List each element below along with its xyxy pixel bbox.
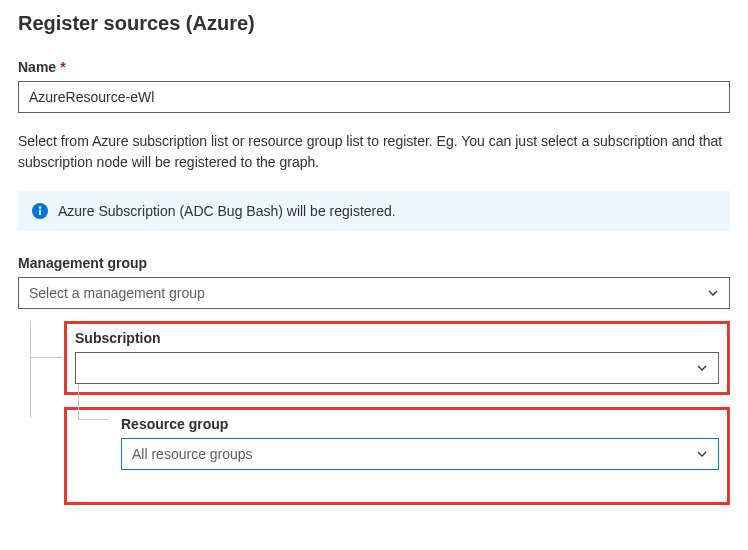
resource-group-label: Resource group bbox=[121, 416, 719, 432]
resource-group-select[interactable]: All resource groups bbox=[121, 438, 719, 470]
info-banner: Azure Subscription (ADC Bug Bash) will b… bbox=[18, 191, 730, 231]
management-group-placeholder: Select a management group bbox=[29, 285, 205, 301]
subscription-select-wrap bbox=[75, 352, 719, 384]
subscription-highlight-box: Subscription bbox=[64, 321, 730, 395]
resource-group-value: All resource groups bbox=[132, 446, 253, 462]
tree-connector-line bbox=[30, 321, 31, 417]
name-input[interactable] bbox=[18, 81, 730, 113]
info-banner-message: Azure Subscription (ADC Bug Bash) will b… bbox=[58, 203, 396, 219]
name-field-block: Name * bbox=[18, 59, 730, 113]
name-label: Name bbox=[18, 59, 56, 75]
chevron-down-icon bbox=[707, 287, 719, 299]
tree-connector-sub-line bbox=[78, 379, 79, 419]
management-group-select[interactable]: Select a management group bbox=[18, 277, 730, 309]
tree-connector-branch-1 bbox=[30, 357, 62, 358]
page-title: Register sources (Azure) bbox=[18, 12, 730, 35]
management-group-select-wrap: Select a management group bbox=[18, 277, 730, 309]
tree-connector-branch-2 bbox=[78, 419, 108, 420]
resource-group-highlight-box: Resource group All resource groups bbox=[64, 407, 730, 505]
svg-rect-2 bbox=[39, 210, 41, 216]
resource-group-select-wrap: All resource groups bbox=[121, 438, 719, 470]
tree-level-container: Subscription Resource group bbox=[18, 321, 730, 505]
chevron-down-icon bbox=[696, 448, 708, 460]
hierarchy-tree: Subscription Resource group bbox=[18, 321, 730, 505]
management-group-block: Management group Select a management gro… bbox=[18, 255, 730, 309]
subscription-select[interactable] bbox=[75, 352, 719, 384]
management-group-label: Management group bbox=[18, 255, 730, 271]
svg-point-1 bbox=[39, 206, 41, 208]
name-label-row: Name * bbox=[18, 59, 730, 75]
resource-group-block: Resource group All resource groups bbox=[121, 416, 719, 470]
subscription-label: Subscription bbox=[75, 330, 719, 346]
description-text: Select from Azure subscription list or r… bbox=[18, 131, 730, 173]
required-asterisk: * bbox=[60, 59, 65, 75]
subscription-block: Subscription bbox=[75, 330, 719, 384]
resource-group-indent: Resource group All resource groups bbox=[64, 407, 730, 505]
subscription-indent: Subscription bbox=[64, 321, 730, 395]
chevron-down-icon bbox=[696, 362, 708, 374]
info-icon bbox=[32, 203, 48, 219]
